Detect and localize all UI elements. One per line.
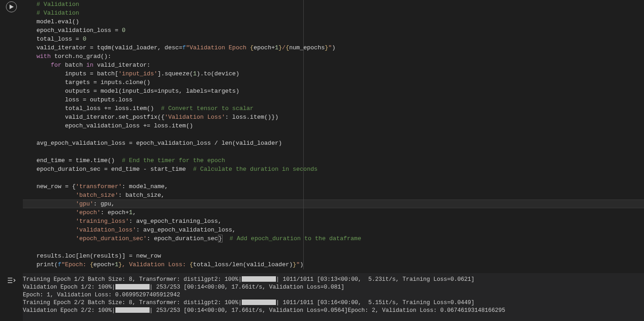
code-line: 'epoch_duration_sec': epoch_duration_sec… [36, 235, 361, 242]
code-line: new_row = {'transformer': model_name, [36, 183, 168, 190]
code-line: results.loc[len(results)] = new_row [36, 253, 161, 259]
code-line: total_loss += loss.item() # Convert tens… [36, 105, 254, 112]
code-line: avg_epoch_validation_loss = epoch_valida… [36, 140, 282, 147]
progress-bar [242, 276, 276, 282]
play-icon [9, 5, 14, 9]
code-editor[interactable]: # Validation # Validation model.eval() e… [23, 0, 644, 269]
code-line: inputs = batch['input_ids'].squeeze(1).t… [36, 70, 239, 77]
code-line: 'validation_loss': avg_epoch_validation_… [36, 226, 236, 233]
code-line: 'epoch': epoch+1, [36, 209, 136, 216]
progress-bar [115, 284, 150, 289]
cell-gutter [0, 0, 23, 269]
code-line: epoch_validation_loss = 0 [36, 27, 125, 34]
code-line: valid_iterator.set_postfix({'Validation … [36, 114, 279, 121]
code-line: targets = inputs.clone() [36, 79, 151, 86]
code-line: 'training_loss': avg_epoch_training_loss… [36, 218, 222, 225]
code-line: epoch_duration_sec = end_time - start_ti… [36, 166, 317, 173]
code-line: with torch.no_grad(): [36, 53, 111, 60]
svg-marker-0 [10, 5, 14, 9]
run-cell-button[interactable] [6, 1, 17, 12]
code-line: total_loss = 0 [36, 36, 86, 42]
progress-bar [115, 307, 150, 313]
output-line: Validation Epoch 2/2: 100%|| 253/253 [00… [23, 307, 505, 314]
code-line: epoch_validation_loss += loss.item() [36, 122, 193, 129]
code-line: for batch in valid_iterator: [36, 62, 151, 68]
code-line: end_time = time.time() # End the timer f… [36, 157, 225, 164]
output-line: Training Epoch 1/2 Batch Size: 8, Transf… [23, 276, 474, 283]
output-line: Validation Epoch 1/2: 100%|| 253/253 [00… [23, 284, 344, 290]
code-line: model.eval() [36, 18, 79, 25]
code-line: 'batch_size': batch_size, [36, 192, 165, 199]
code-line: loss = outputs.loss [36, 96, 133, 103]
cell-output[interactable]: Training Epoch 1/2 Batch Size: 8, Transf… [23, 273, 644, 321]
code-line: # Validation [36, 10, 79, 16]
code-line: 'gpu': gpu, [36, 200, 115, 207]
code-line: valid_iterator = tqdm(valid_loader, desc… [36, 44, 335, 51]
output-gutter [0, 273, 23, 285]
code-line: # Validation [36, 1, 79, 8]
progress-bar [242, 300, 276, 305]
toggle-output-icon[interactable] [7, 276, 16, 285]
code-line: outputs = model(input_ids=inputs, labels… [36, 88, 239, 95]
output-line: Epoch: 1, Validation Loss: 0.06995297405… [23, 292, 180, 298]
code-line: print(f"Epoch: {epoch+1}, Validation Los… [36, 261, 303, 268]
output-line: Training Epoch 2/2 Batch Size: 8, Transf… [23, 300, 474, 306]
